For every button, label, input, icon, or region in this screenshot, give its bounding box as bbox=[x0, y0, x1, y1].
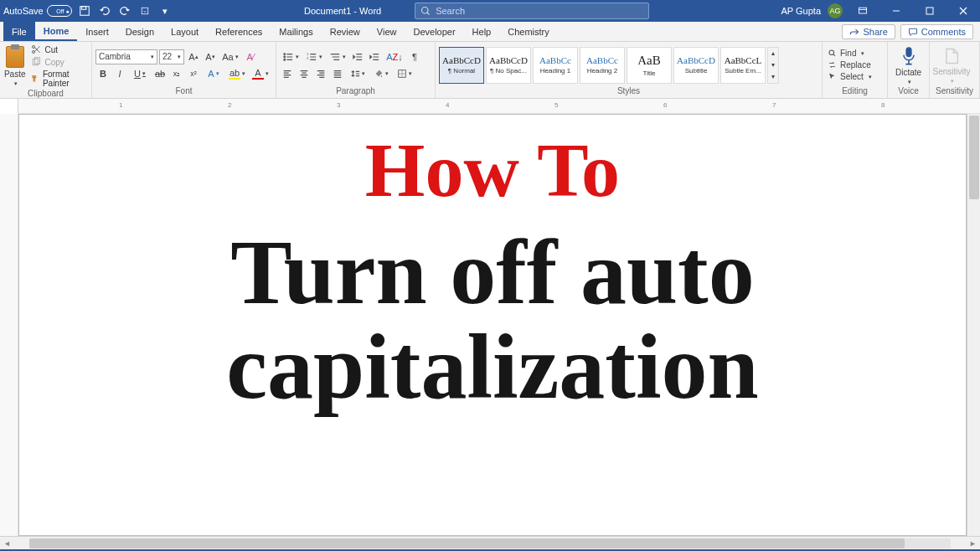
tab-help[interactable]: Help bbox=[464, 22, 500, 41]
autosave-toggle[interactable]: AutoSave Off ● bbox=[3, 5, 72, 17]
bullets-button[interactable]: ▾ bbox=[280, 49, 302, 64]
font-name-combo[interactable]: Cambria▾ bbox=[95, 49, 157, 64]
qat-dropdown-icon[interactable]: ▾ bbox=[157, 3, 173, 18]
document-page[interactable]: How To Turn off auto capitalization bbox=[18, 114, 967, 536]
font-group-label: Font bbox=[95, 86, 272, 96]
sort-button[interactable]: AZ↓ bbox=[384, 49, 405, 64]
undo-icon[interactable] bbox=[97, 3, 112, 18]
italic-button[interactable]: I bbox=[112, 66, 127, 81]
minimize-icon[interactable] bbox=[883, 0, 910, 22]
tab-home[interactable]: Home bbox=[35, 22, 78, 41]
maximize-icon[interactable] bbox=[916, 0, 943, 22]
share-icon bbox=[849, 27, 859, 37]
numbering-button[interactable]: 12▾ bbox=[303, 49, 325, 64]
bold-button[interactable]: B bbox=[95, 66, 111, 81]
svg-point-7 bbox=[33, 46, 35, 49]
ribbon: Paste ▾ Cut Copy Format Painter Clipboar… bbox=[0, 42, 980, 99]
superscript-button[interactable]: x² bbox=[186, 66, 201, 81]
font-size-combo[interactable]: 22▾ bbox=[159, 49, 184, 64]
decrease-indent-button[interactable] bbox=[350, 49, 365, 64]
ruler: 1 2 3 4 5 6 7 8 bbox=[0, 99, 980, 114]
redo-icon[interactable] bbox=[117, 3, 132, 18]
document-area: How To Turn off auto capitalization bbox=[0, 114, 980, 536]
scissors-icon bbox=[31, 44, 41, 54]
comments-button[interactable]: Comments bbox=[900, 24, 973, 39]
svg-point-12 bbox=[284, 59, 286, 60]
tab-mailings[interactable]: Mailings bbox=[271, 22, 321, 41]
strikethrough-button[interactable]: ab bbox=[152, 66, 168, 81]
sensitivity-label: Sensitivity bbox=[933, 67, 971, 76]
tab-design[interactable]: Design bbox=[117, 22, 162, 41]
style-heading-1[interactable]: AaBbCcHeading 1 bbox=[533, 47, 578, 84]
underline-button[interactable]: U▾ bbox=[129, 66, 151, 81]
svg-point-11 bbox=[284, 56, 286, 58]
autosave-switch[interactable]: Off ● bbox=[47, 5, 72, 17]
align-left-button[interactable] bbox=[280, 66, 295, 81]
style-subtitle[interactable]: AaBbCcDSubtitle bbox=[673, 47, 719, 84]
group-sensitivity: Sensitivity ▾ Sensitivity bbox=[930, 42, 980, 98]
cursor-icon bbox=[828, 72, 837, 81]
change-case-button[interactable]: Aa▾ bbox=[219, 49, 241, 64]
replace-button[interactable]: Replace bbox=[826, 59, 874, 70]
clear-formatting-button[interactable]: A⁄ bbox=[243, 49, 258, 64]
shrink-font-button[interactable]: A▾ bbox=[203, 49, 218, 64]
share-label: Share bbox=[863, 27, 887, 37]
svg-rect-5 bbox=[926, 8, 933, 14]
select-button[interactable]: Select▾ bbox=[826, 71, 874, 82]
horizontal-scrollbar[interactable]: ◄ ► bbox=[0, 536, 980, 549]
cut-label: Cut bbox=[44, 45, 58, 54]
styles-more-button[interactable]: ▴▾▾ bbox=[767, 47, 779, 84]
borders-button[interactable]: ▾ bbox=[394, 66, 415, 81]
increase-indent-button[interactable] bbox=[367, 49, 382, 64]
svg-point-3 bbox=[422, 8, 429, 14]
close-icon[interactable] bbox=[950, 0, 977, 22]
find-label: Find bbox=[840, 49, 856, 58]
cut-button[interactable]: Cut bbox=[29, 44, 88, 55]
sensitivity-button[interactable]: Sensitivity ▾ bbox=[933, 45, 970, 85]
tab-developer[interactable]: Developer bbox=[405, 22, 463, 41]
style--no-spac-[interactable]: AaBbCcD¶ No Spac... bbox=[486, 47, 531, 84]
dictate-button[interactable]: Dictate ▾ bbox=[891, 44, 926, 85]
grow-font-button[interactable]: A▴ bbox=[186, 49, 201, 64]
show-marks-button[interactable]: ¶ bbox=[407, 49, 422, 64]
tab-file[interactable]: File bbox=[3, 22, 35, 41]
save-icon[interactable] bbox=[77, 3, 92, 18]
share-button[interactable]: Share bbox=[842, 24, 895, 39]
qat-more-icon[interactable] bbox=[137, 3, 152, 18]
justify-button[interactable] bbox=[330, 66, 345, 81]
format-painter-button[interactable]: Format Painter bbox=[29, 69, 88, 89]
multilevel-list-button[interactable]: ▾ bbox=[327, 49, 348, 64]
align-center-button[interactable] bbox=[297, 66, 312, 81]
title-bar: AutoSave Off ● ▾ Document1 - Word Search… bbox=[0, 0, 980, 22]
search-box[interactable]: Search bbox=[415, 3, 649, 19]
horizontal-ruler[interactable]: 1 2 3 4 5 6 7 8 bbox=[18, 99, 980, 114]
ribbon-display-icon[interactable] bbox=[849, 0, 876, 22]
style-title[interactable]: AaBTitle bbox=[627, 47, 672, 84]
subscript-button[interactable]: x₂ bbox=[169, 66, 184, 81]
font-color-button[interactable]: A▾ bbox=[250, 66, 271, 81]
copy-button[interactable]: Copy bbox=[29, 56, 88, 68]
vertical-scrollbar[interactable] bbox=[967, 114, 980, 536]
style-subtle-em-[interactable]: AaBbCcLSubtle Em... bbox=[720, 47, 766, 84]
tab-chemistry[interactable]: Chemistry bbox=[499, 22, 558, 41]
find-button[interactable]: Find▾ bbox=[826, 48, 874, 59]
line-spacing-button[interactable]: ▾ bbox=[347, 66, 369, 81]
tab-view[interactable]: View bbox=[369, 22, 405, 41]
user-avatar[interactable]: AG bbox=[828, 3, 843, 18]
tab-insert[interactable]: Insert bbox=[77, 22, 117, 41]
replace-label: Replace bbox=[840, 60, 871, 70]
user-name[interactable]: AP Gupta bbox=[781, 6, 822, 16]
text-effects-button[interactable]: A▾ bbox=[203, 66, 224, 81]
align-right-button[interactable] bbox=[313, 66, 328, 81]
highlight-button[interactable]: ab▾ bbox=[226, 66, 248, 81]
shading-button[interactable]: ▾ bbox=[370, 66, 392, 81]
style--normal[interactable]: AaBbCcD¶ Normal bbox=[439, 47, 484, 84]
doc-line-1: How To bbox=[365, 131, 620, 209]
tab-references[interactable]: References bbox=[207, 22, 271, 41]
tab-review[interactable]: Review bbox=[322, 22, 369, 41]
vertical-ruler[interactable] bbox=[0, 114, 18, 536]
style-heading-2[interactable]: AaBbCcHeading 2 bbox=[580, 47, 625, 84]
svg-rect-1 bbox=[81, 7, 85, 10]
tab-layout[interactable]: Layout bbox=[162, 22, 207, 41]
paste-button[interactable]: Paste ▾ bbox=[3, 46, 26, 87]
